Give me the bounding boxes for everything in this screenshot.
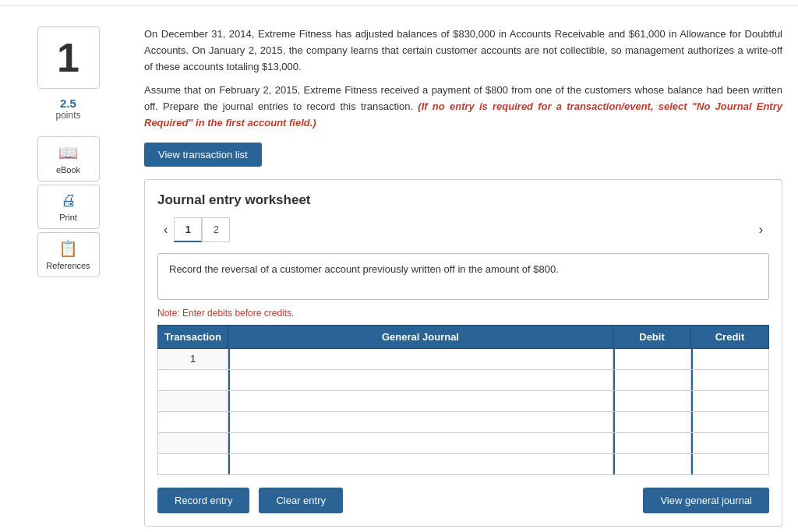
general-journal-cell-5[interactable] xyxy=(228,453,613,474)
table-row xyxy=(158,411,769,432)
instruction-text: Record the reversal of a customer accoun… xyxy=(169,263,559,275)
general-journal-cell-3[interactable] xyxy=(228,411,613,432)
references-button[interactable]: 📋 References xyxy=(37,232,100,277)
references-label: References xyxy=(46,261,90,270)
ebook-button[interactable]: 📖 eBook xyxy=(37,136,100,181)
credit-input-0[interactable] xyxy=(691,349,768,369)
view-general-journal-button[interactable]: View general journal xyxy=(643,488,769,513)
debit-input-3[interactable] xyxy=(613,412,690,432)
credit-cell-5[interactable] xyxy=(691,453,769,474)
general-journal-cell-0[interactable] xyxy=(228,348,613,369)
record-entry-button[interactable]: Record entry xyxy=(157,488,249,513)
sidebar-buttons: 📖 eBook 🖨 Print 📋 References xyxy=(0,136,136,277)
general-journal-cell-1[interactable] xyxy=(228,369,613,390)
debit-cell-2[interactable] xyxy=(613,390,691,411)
print-icon: 🖨 xyxy=(61,192,76,210)
journal-table: Transaction General Journal Debit Credit… xyxy=(157,325,769,475)
col-credit: Credit xyxy=(691,325,769,348)
general-journal-input-0[interactable] xyxy=(228,349,613,369)
credit-cell-3[interactable] xyxy=(691,411,769,432)
general-journal-cell-2[interactable] xyxy=(228,390,613,411)
txn-cell-4 xyxy=(158,432,228,453)
credit-input-3[interactable] xyxy=(691,412,768,432)
print-label: Print xyxy=(59,213,77,222)
credit-cell-1[interactable] xyxy=(691,369,769,390)
credit-input-4[interactable] xyxy=(691,433,768,453)
action-left-group: Record entry Clear entry xyxy=(157,488,343,513)
credit-cell-0[interactable] xyxy=(691,348,769,369)
points-label: points xyxy=(55,110,80,121)
general-journal-input-4[interactable] xyxy=(228,433,613,453)
note-text: Note: Enter debits before credits. xyxy=(157,308,769,319)
table-row xyxy=(158,390,769,411)
view-transaction-button[interactable]: View transaction list xyxy=(144,143,262,167)
points-value: 2.5 xyxy=(60,97,76,110)
table-row xyxy=(158,432,769,453)
col-general-journal: General Journal xyxy=(228,325,613,348)
paragraph2: Assume that on February 2, 2015, Extreme… xyxy=(144,83,782,131)
debit-cell-1[interactable] xyxy=(613,369,691,390)
tab-2[interactable]: 2 xyxy=(202,217,230,242)
credit-input-2[interactable] xyxy=(691,391,768,411)
tab-prev-button[interactable]: ‹ xyxy=(157,220,174,240)
general-journal-cell-4[interactable] xyxy=(228,432,613,453)
top-bar xyxy=(0,0,798,6)
general-journal-input-1[interactable] xyxy=(228,370,613,390)
debit-input-0[interactable] xyxy=(613,349,690,369)
references-icon: 📋 xyxy=(58,239,78,258)
action-buttons-wrapper: Record entry Clear entry View general jo… xyxy=(157,488,769,513)
col-debit: Debit xyxy=(613,325,691,348)
credit-input-5[interactable] xyxy=(691,454,768,474)
debit-input-5[interactable] xyxy=(613,454,690,474)
table-header-row: Transaction General Journal Debit Credit xyxy=(158,325,769,348)
debit-input-2[interactable] xyxy=(613,391,690,411)
tab-next-button[interactable]: › xyxy=(753,220,769,240)
content-area: On December 31, 2014, Extreme Fitness ha… xyxy=(136,19,798,532)
worksheet-panel: Journal entry worksheet ‹ 1 2 › Record t… xyxy=(144,179,782,527)
ebook-icon: 📖 xyxy=(58,143,78,162)
problem-number: 1 xyxy=(57,34,79,81)
debit-cell-3[interactable] xyxy=(613,411,691,432)
debit-input-1[interactable] xyxy=(613,370,690,390)
txn-cell-1 xyxy=(158,369,228,390)
txn-cell-2 xyxy=(158,390,228,411)
general-journal-input-5[interactable] xyxy=(228,454,613,474)
debit-cell-4[interactable] xyxy=(613,432,691,453)
txn-cell-5 xyxy=(158,453,228,474)
tab-1[interactable]: 1 xyxy=(174,217,202,242)
credit-cell-4[interactable] xyxy=(691,432,769,453)
txn-cell-3 xyxy=(158,411,228,432)
credit-input-1[interactable] xyxy=(691,370,768,390)
paragraph1: On December 31, 2014, Extreme Fitness ha… xyxy=(144,26,782,75)
clear-entry-button[interactable]: Clear entry xyxy=(259,488,343,513)
credit-cell-2[interactable] xyxy=(691,390,769,411)
problem-text: On December 31, 2014, Extreme Fitness ha… xyxy=(144,26,782,132)
left-sidebar: 1 2.5 points 📖 eBook 🖨 Print 📋 Reference… xyxy=(0,19,136,532)
txn-cell-0: 1 xyxy=(158,348,228,369)
table-row xyxy=(158,453,769,474)
debit-cell-0[interactable] xyxy=(613,348,691,369)
col-transaction: Transaction xyxy=(158,325,228,348)
main-layout: 1 2.5 points 📖 eBook 🖨 Print 📋 Reference… xyxy=(0,6,798,532)
problem-number-box: 1 xyxy=(37,26,100,89)
table-row xyxy=(158,369,769,390)
general-journal-input-2[interactable] xyxy=(228,391,613,411)
table-row: 1 xyxy=(158,348,769,369)
general-journal-input-3[interactable] xyxy=(228,412,613,432)
debit-cell-5[interactable] xyxy=(613,453,691,474)
instruction-box: Record the reversal of a customer accoun… xyxy=(157,253,769,300)
print-button[interactable]: 🖨 Print xyxy=(37,185,100,229)
ebook-label: eBook xyxy=(56,165,80,174)
debit-input-4[interactable] xyxy=(613,433,690,453)
worksheet-title: Journal entry worksheet xyxy=(157,192,769,208)
tabs-row: ‹ 1 2 › xyxy=(157,217,769,242)
